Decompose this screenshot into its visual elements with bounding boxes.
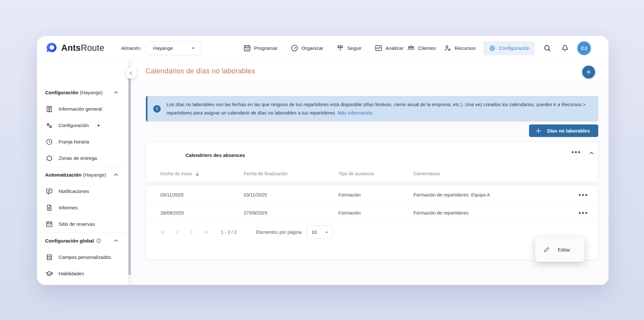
table-row[interactable]: 26/09/2025 27/09/2025 Formación Formació… (146, 204, 598, 222)
card-header: Calendriers des absences ••• (146, 142, 598, 166)
per-page-select[interactable]: 10 (307, 225, 333, 239)
sort-descending-icon (194, 171, 200, 177)
warehouse-select[interactable]: Hayange (146, 41, 201, 55)
nav-item-recursos[interactable]: Recursos (444, 44, 476, 52)
sidebar-item-campos-personalizados[interactable]: Campos personalizados (37, 249, 131, 265)
sidebar-section-automatizacion[interactable]: Automatización(Hayange) (37, 167, 131, 183)
column-label: Comentarios (413, 171, 440, 176)
nav-item-seguir[interactable]: Seguir (336, 44, 362, 52)
column-label: Tipo de ausencia (338, 171, 374, 176)
table-empty-stripe (146, 181, 598, 186)
submenu-arrow-icon (97, 124, 100, 127)
warehouse-select-value: Hayange (153, 45, 173, 51)
cell-comment: Formación de repartidores (413, 210, 569, 215)
row-actions-button[interactable]: ••• (579, 193, 588, 197)
chart-icon (374, 44, 383, 52)
sidebar-section-configuracion-global[interactable]: Configuración global (37, 233, 131, 249)
gears-icon (45, 121, 53, 130)
nav-item-analizar[interactable]: Analizar (374, 44, 403, 52)
warehouse-label: Almacén (121, 45, 140, 51)
column-label: Fecha de finalización (244, 171, 288, 176)
pagination-range: 1 - 2 / 2 (221, 230, 237, 235)
table-row[interactable]: 03/11/2025 03/11/2025 Formación Formació… (146, 186, 598, 204)
last-page-button[interactable] (203, 229, 209, 235)
column-header-fecha-inicio[interactable]: Fecha de inicio (160, 171, 244, 177)
chevron-left-icon (129, 71, 134, 76)
context-menu-edit-label: Editar (558, 247, 570, 252)
info-banner-text: Los días no laborables son las fechas en… (166, 100, 591, 117)
bell-icon (561, 44, 569, 52)
caret-down-icon (325, 230, 329, 234)
column-header-fecha-finalizacion[interactable]: Fecha de finalización (244, 171, 338, 176)
section-title: Configuración global (45, 238, 94, 243)
sidebar-item-label: Notificaciones (59, 188, 89, 194)
pencil-icon (544, 247, 550, 253)
nav-label: Recursos (455, 45, 476, 51)
nav-item-organizar[interactable]: Organizar (290, 44, 323, 52)
sidebar-item-informes[interactable]: Informes (37, 199, 131, 216)
sidebar-item-habilidades[interactable]: Habilidades (37, 265, 131, 282)
next-page-button[interactable] (189, 229, 194, 235)
sidebar-item-configuracion[interactable]: Configuración (37, 117, 131, 133)
primary-nav: Programar Organizar Seguir (243, 44, 403, 52)
chevron-up-icon (114, 90, 118, 95)
nav-label: Clientes (418, 45, 436, 51)
sidebar-item-label: Configuración (59, 123, 89, 128)
section-title: Configuración (45, 90, 78, 95)
sidebar-item-label: Informes (59, 205, 78, 210)
column-header-tipo-ausencia[interactable]: Tipo de ausencia (338, 171, 413, 176)
cell-start-date: 26/09/2025 (160, 210, 244, 215)
nav-item-programar[interactable]: Programar (243, 44, 278, 52)
notifications-button[interactable] (560, 43, 570, 53)
calendar-icon (45, 220, 53, 228)
main-content: Calendarios de días no laborables i Los … (131, 60, 609, 285)
building-icon (45, 105, 53, 113)
more-info-link[interactable]: Más información (337, 110, 373, 115)
actions-row: Días no laborables (146, 124, 598, 137)
sidebar-scrollbar[interactable] (128, 60, 131, 285)
info-circle-icon (96, 238, 101, 243)
sidebar-item-informacion-general[interactable]: Información general (37, 101, 131, 117)
avatar-initials: CJ (581, 46, 587, 51)
section-suffix: (Hayange) (80, 90, 103, 95)
nav-label: Seguir (347, 45, 362, 51)
chevron-up-icon (114, 172, 118, 177)
sidebar-collapse-button[interactable] (126, 68, 137, 79)
nav-item-clientes[interactable]: Clientes (407, 44, 436, 52)
context-menu-edit[interactable]: Editar (535, 242, 584, 257)
column-header-comentarios[interactable]: Comentarios (413, 171, 569, 176)
secondary-nav: Clientes Recursos (407, 41, 591, 55)
sidebar-item-notificaciones[interactable]: Notificaciones (37, 183, 131, 199)
brand-logo[interactable]: AntsRoute (45, 42, 104, 55)
person-gear-icon (444, 44, 452, 52)
card-more-actions-button[interactable]: ••• (572, 150, 581, 154)
user-avatar[interactable]: CJ (577, 41, 591, 55)
column-label: Fecha de inicio (160, 171, 192, 176)
nav-label: Organizar (301, 45, 323, 51)
row-actions-button[interactable]: ••• (579, 211, 588, 215)
nav-item-configuracion[interactable]: Configuración (483, 41, 535, 55)
add-days-off-button[interactable]: Días no laborables (529, 124, 598, 137)
sidebar-section-configuracion[interactable]: Configuración(Hayange) (37, 84, 131, 101)
absence-calendars-card: Calendriers des absences ••• Fecha de in… (146, 142, 598, 260)
page-header: Calendarios de días no laborables (131, 60, 609, 82)
cell-absence-type: Formación (338, 192, 413, 197)
per-page-label: Elementos por página (256, 230, 301, 235)
signpost-icon (336, 44, 344, 52)
calendar-icon (243, 44, 251, 52)
previous-page-button[interactable] (175, 229, 180, 235)
gauge-icon (290, 44, 298, 52)
sidebar-item-sitio-de-reservas[interactable]: Sitio de reservas (37, 216, 131, 232)
sidebar-item-franja-horaria[interactable]: Franja horaria (37, 133, 131, 150)
first-page-button[interactable] (160, 229, 166, 235)
sidebar-scrollbar-thumb[interactable] (128, 74, 131, 275)
app-window: AntsRoute Almacén Hayange Programar (37, 36, 609, 285)
gear-icon (488, 44, 496, 52)
sidebar-item-zonas-de-entrega[interactable]: Zonas de entrega (37, 150, 131, 166)
top-navbar: AntsRoute Almacén Hayange Programar (37, 36, 609, 60)
card-collapse-button[interactable] (589, 151, 594, 156)
search-icon (543, 44, 552, 52)
add-calendar-button[interactable] (582, 66, 595, 78)
add-days-off-label: Días no laborables (547, 128, 590, 133)
search-button[interactable] (543, 43, 552, 53)
